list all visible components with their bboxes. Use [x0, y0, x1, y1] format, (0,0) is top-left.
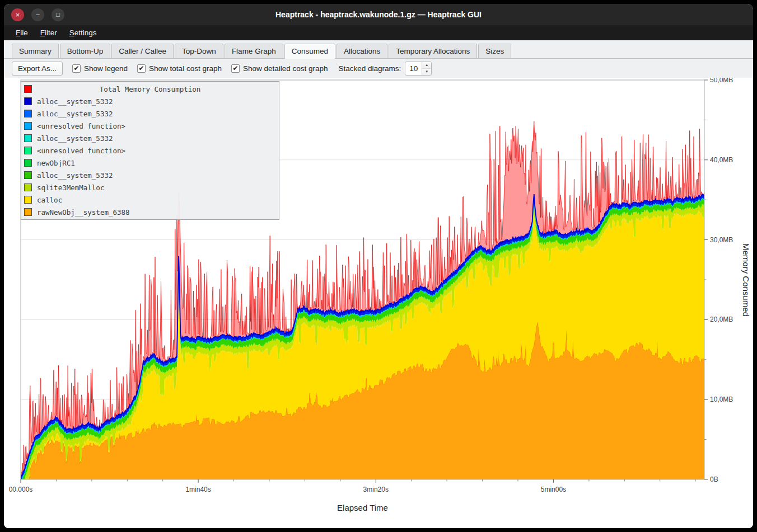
legend-item: alloc__system_5332	[21, 132, 279, 144]
legend-swatch	[24, 147, 32, 154]
checkbox-group: ✔Show legend✔Show total cost graph✔Show …	[63, 64, 328, 73]
menu-bar: FileFilterSettings	[4, 25, 753, 40]
legend-item-label: alloc__system_5332	[37, 110, 113, 118]
legend-swatch	[24, 97, 32, 105]
legend-swatch	[24, 183, 32, 191]
x-tick-label: 5min00s	[541, 486, 566, 493]
legend-swatch	[24, 110, 32, 117]
close-button[interactable]: ×	[11, 8, 24, 21]
legend-title: Total Memory Consumption	[100, 85, 201, 93]
show-detailed-cost-graph-checkbox[interactable]: ✔Show detailed cost graph	[231, 64, 328, 73]
spinbox-down-button[interactable]: ▼	[422, 69, 431, 75]
legend-item-label: newObjRC1	[37, 159, 75, 167]
y-axis-title: Memory Consumed	[741, 243, 751, 317]
legend-item-label: alloc__system_5332	[37, 134, 113, 143]
checkbox-label: Show total cost graph	[149, 64, 222, 73]
tab-bottom-up[interactable]: Bottom-Up	[60, 44, 111, 58]
legend-title-row: Total Memory Consumption	[21, 83, 279, 95]
tab-summary[interactable]: Summary	[12, 44, 59, 58]
tab-allocations[interactable]: Allocations	[337, 44, 387, 58]
checkbox-label: Show detailed cost graph	[243, 64, 328, 73]
menu-filter[interactable]: Filter	[34, 26, 63, 39]
legend-item: calloc	[21, 194, 279, 206]
show-total-cost-graph-checkbox[interactable]: ✔Show total cost graph	[137, 64, 222, 73]
stacked-diagrams-value: 10	[405, 62, 422, 75]
stacked-diagrams-spinbox[interactable]: 10 ▲ ▼	[405, 62, 432, 76]
spinbox-up-button[interactable]: ▲	[422, 62, 431, 69]
y-tick-label: 40,0MB	[710, 156, 733, 164]
x-axis-title: Elapsed Time	[21, 503, 704, 512]
title-bar: × − □ Heaptrack - heaptrack.wakunode.1.g…	[4, 4, 753, 25]
legend-item: alloc__system_5332	[21, 169, 279, 181]
menu-settings[interactable]: Settings	[63, 26, 103, 39]
legend-item: alloc__system_5332	[21, 107, 279, 120]
legend-item-label: alloc__system_5332	[37, 171, 113, 180]
checkmark-icon: ✔	[231, 64, 240, 73]
checkbox-label: Show legend	[84, 64, 128, 73]
legend-swatch	[24, 159, 32, 167]
memory-consumption-chart[interactable]: 00.000s1min40s3min20s5min00s0B10,0MB20,0…	[4, 78, 753, 528]
legend-swatch	[24, 85, 32, 93]
tab-consumed[interactable]: Consumed	[284, 44, 335, 59]
legend-item: sqlite3MemMalloc	[21, 181, 279, 194]
legend-swatch	[24, 208, 32, 216]
legend-item-label: rawNewObj__system_6388	[37, 208, 130, 216]
legend-item: alloc__system_5332	[21, 95, 279, 107]
app-window: × − □ Heaptrack - heaptrack.wakunode.1.g…	[4, 4, 753, 528]
x-tick-label: 1min40s	[185, 486, 211, 493]
legend-item: <unresolved function>	[21, 144, 279, 157]
x-tick-label: 00.000s	[9, 486, 33, 493]
y-tick-label: 30,0MB	[710, 236, 733, 244]
legend-item-label: sqlite3MemMalloc	[37, 183, 104, 192]
spinbox-buttons: ▲ ▼	[422, 62, 431, 75]
tab-caller-callee[interactable]: Caller / Callee	[111, 44, 174, 58]
stacked-diagrams-label: Stacked diagrams:	[339, 64, 401, 73]
y-axis-title-wrap: Memory Consumed	[741, 80, 751, 479]
minimize-icon: −	[36, 11, 40, 19]
show-legend-checkbox[interactable]: ✔Show legend	[72, 64, 128, 73]
legend-swatch	[24, 196, 32, 204]
chart-legend: Total Memory Consumptionalloc__system_53…	[21, 81, 279, 220]
tab-top-down[interactable]: Top-Down	[175, 44, 223, 58]
legend-item: newObjRC1	[21, 157, 279, 169]
legend-item-label: <unresolved function>	[37, 147, 125, 155]
tab-sizes[interactable]: Sizes	[478, 44, 511, 58]
checkmark-icon: ✔	[72, 64, 81, 73]
x-tick-label: 3min20s	[363, 486, 389, 493]
y-tick-label: 50,0MB	[710, 78, 733, 84]
legend-item-label: alloc__system_5332	[37, 97, 113, 106]
checkmark-icon: ✔	[137, 64, 146, 73]
window-title: Heaptrack - heaptrack.wakunode.1.gz — He…	[4, 10, 753, 19]
tab-flame-graph[interactable]: Flame Graph	[225, 44, 283, 58]
legend-swatch	[24, 122, 32, 130]
close-icon: ×	[16, 11, 20, 19]
minimize-button[interactable]: −	[31, 8, 44, 21]
export-as-button[interactable]: Export As...	[12, 62, 63, 76]
legend-swatch	[24, 134, 32, 142]
legend-item-label: calloc	[37, 196, 62, 204]
legend-item-label: <unresolved function>	[37, 122, 125, 130]
y-tick-label: 10,0MB	[710, 396, 733, 403]
legend-item: rawNewObj__system_6388	[21, 206, 279, 218]
y-tick-label: 0B	[710, 475, 718, 483]
legend-swatch	[24, 171, 32, 179]
toolbar: Export As... ✔Show legend✔Show total cos…	[4, 59, 753, 78]
y-tick-label: 20,0MB	[710, 316, 733, 323]
tab-temporary-allocations[interactable]: Temporary Allocations	[389, 44, 477, 58]
maximize-icon: □	[56, 12, 60, 18]
tab-bar: SummaryBottom-UpCaller / CalleeTop-DownF…	[4, 40, 753, 59]
maximize-button[interactable]: □	[52, 8, 64, 21]
legend-item: <unresolved function>	[21, 120, 279, 132]
menu-file[interactable]: File	[10, 26, 34, 39]
